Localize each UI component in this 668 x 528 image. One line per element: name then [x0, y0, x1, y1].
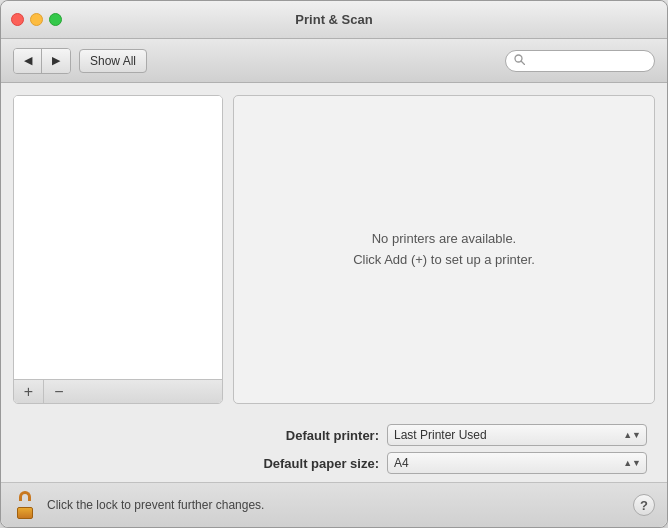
traffic-lights: [11, 13, 62, 26]
default-printer-row: Default printer: Last Printer Used ▲▼: [21, 424, 647, 446]
forward-button[interactable]: ▶: [42, 49, 70, 73]
no-printers-line1: No printers are available.: [353, 229, 535, 250]
printer-list-panel: + −: [13, 95, 223, 404]
bottom-bar: Click the lock to prevent further change…: [1, 482, 667, 527]
main-content: + − No printers are available. Click Add…: [1, 83, 667, 416]
minimize-button[interactable]: [30, 13, 43, 26]
default-paper-label: Default paper size:: [263, 456, 379, 471]
add-printer-button[interactable]: +: [14, 380, 44, 404]
maximize-button[interactable]: [49, 13, 62, 26]
window: Print & Scan ◀ ▶ Show All + −: [0, 0, 668, 528]
search-box: [505, 50, 655, 72]
default-paper-select-wrapper: A4 Letter Legal ▲▼: [387, 452, 647, 474]
no-printers-message: No printers are available. Click Add (+)…: [353, 229, 535, 271]
default-printer-select-wrapper: Last Printer Used ▲▼: [387, 424, 647, 446]
search-input[interactable]: [529, 54, 646, 68]
svg-point-0: [515, 55, 522, 62]
default-paper-select[interactable]: A4 Letter Legal: [387, 452, 647, 474]
default-printer-select[interactable]: Last Printer Used: [387, 424, 647, 446]
search-icon: [514, 54, 525, 67]
titlebar: Print & Scan: [1, 1, 667, 39]
close-button[interactable]: [11, 13, 24, 26]
svg-line-1: [522, 62, 525, 65]
no-printers-line2: Click Add (+) to set up a printer.: [353, 250, 535, 271]
remove-printer-button[interactable]: −: [44, 380, 74, 404]
settings-area: Default printer: Last Printer Used ▲▼ De…: [1, 416, 667, 482]
printer-list-footer: + −: [14, 379, 222, 403]
lock-shackle: [19, 491, 31, 501]
help-button[interactable]: ?: [633, 494, 655, 516]
nav-buttons: ◀ ▶: [13, 48, 71, 74]
lock-text: Click the lock to prevent further change…: [47, 498, 623, 512]
lock-icon[interactable]: [13, 491, 37, 519]
default-printer-label: Default printer:: [286, 428, 379, 443]
details-panel: No printers are available. Click Add (+)…: [233, 95, 655, 404]
lock-body: [17, 507, 33, 519]
back-button[interactable]: ◀: [14, 49, 42, 73]
show-all-button[interactable]: Show All: [79, 49, 147, 73]
toolbar: ◀ ▶ Show All: [1, 39, 667, 83]
default-paper-row: Default paper size: A4 Letter Legal ▲▼: [21, 452, 647, 474]
window-title: Print & Scan: [295, 12, 372, 27]
printer-list: [14, 96, 222, 379]
